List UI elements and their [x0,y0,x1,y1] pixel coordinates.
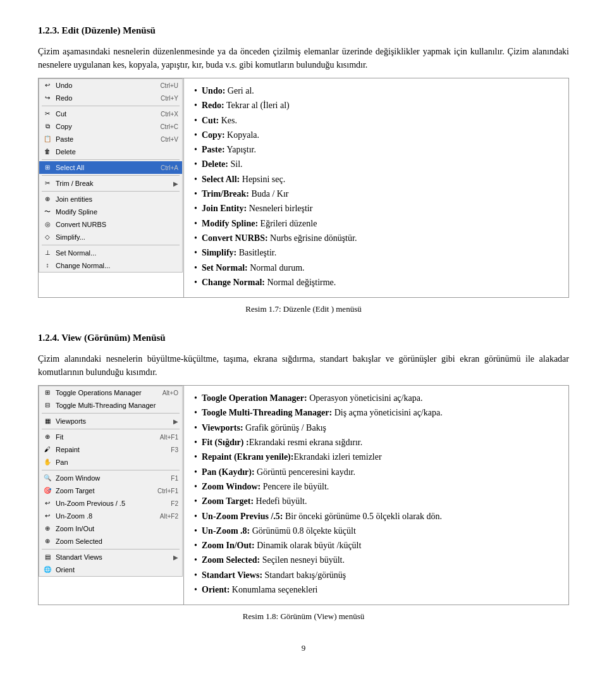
vdesc-toggle-ops: Toogle Operation Manager: Operasyon yöne… [193,392,560,405]
desc-paste: Paste: Yapıştır. [193,144,560,156]
menu-item-join[interactable]: ⊕ Join entities [39,193,182,206]
standartviews-label: Standart Views [56,553,173,561]
menu-item-zoomselected[interactable]: ⊕ Zoom Selected [39,535,182,548]
vdesc-toggle-mt: Toogle Multi-Threading Manager: Diş açma… [193,407,560,419]
repaint-shortcut: F3 [171,446,178,453]
toggle-ops-shortcut: Alt+O [162,390,178,396]
menu-item-zoomwindow[interactable]: 🔍 Zoom Window F1 [39,472,182,484]
menu-item-setnormal[interactable]: ⊥ Set Normal... [39,247,182,259]
desc-convertnurbs: Convert NURBS: Nurbs eğrisine dönüştür. [193,232,560,245]
zoomselected-label: Zoom Selected [56,537,178,545]
menu-item-copy[interactable]: ⧉ Copy Ctrl+C [39,120,182,133]
join-icon: ⊕ [42,194,53,204]
menu-item-unzoom8[interactable]: ↩ Un-Zoom .8 Alt+F2 [39,510,182,522]
edit-menu-desc-list: Undo: Geri al. Redo: Tekrar al (İleri al… [189,82,563,293]
vdesc-orient: Orient: Konumlama seçenekleri [193,584,560,596]
edit-menu-screenshot: ↩ Undo Ctrl+U ↪ Redo Ctrl+Y ✂ Cut Ctrl+X… [39,78,183,273]
orient-label: Orient [56,566,178,574]
toggle-ops-label: Toggle Operations Manager [56,389,162,396]
redo-icon: ↪ [42,93,53,103]
vdesc-zoomwindow: Zoom Window: Pencere ile büyült. [193,481,560,493]
unzoom8-label: Un-Zoom .8 [56,512,160,520]
cut-label: Cut [56,110,161,118]
menu-item-zoomtarget[interactable]: 🎯 Zoom Target Ctrl+F1 [39,484,182,497]
fit-label: Fit [56,433,160,441]
join-label: Join entities [56,195,178,203]
view-menu-desc-cell: Toogle Operation Manager: Operasyon yöne… [184,386,569,605]
sep3 [42,175,180,176]
unzoom8-icon: ↩ [42,511,53,521]
menu-item-paste[interactable]: 📋 Paste Ctrl+V [39,133,182,145]
vdesc-zoominout: Zoom In/Out: Dinamik olarak büyüt /küçül… [193,539,560,552]
unzoom8-shortcut: Alt+F2 [160,513,178,520]
standartviews-arrow: ▶ [173,554,178,561]
zoomwindow-label: Zoom Window [56,474,171,482]
zoomtarget-label: Zoom Target [56,487,157,494]
desc-changenormal: Change Normal: Normal değiştirme. [193,276,560,289]
menu-item-pan[interactable]: ✋ Pan [39,456,182,469]
setnormal-label: Set Normal... [56,249,178,257]
zoomwindow-icon: 🔍 [42,473,53,483]
menu-item-toggle-ops[interactable]: ⊞ Toggle Operations Manager Alt+O [39,386,182,399]
menu-item-standartviews[interactable]: ▤ Standart Views ▶ [39,551,182,563]
redo-label: Redo [56,94,161,102]
toggle-ops-icon: ⊞ [42,388,53,398]
view-menu-table: ⊞ Toggle Operations Manager Alt+O ⊟ Togg… [38,385,569,605]
changenormal-label: Change Normal... [56,262,178,269]
desc-trim: Trim/Break: Buda / Kır [193,188,560,200]
view-menu-screenshot-cell: ⊞ Toggle Operations Manager Alt+O ⊟ Togg… [39,386,184,605]
edit-menu-table: ↩ Undo Ctrl+U ↪ Redo Ctrl+Y ✂ Cut Ctrl+X… [38,78,569,298]
modifyspline-icon: 〜 [42,207,53,217]
menu-item-orient[interactable]: 🌐 Orient [39,563,182,576]
selectall-icon: ⊞ [42,163,53,173]
paste-icon: 📋 [42,134,53,144]
menu-item-undo[interactable]: ↩ Undo Ctrl+U [39,79,182,92]
fit-icon: ⊕ [42,432,53,442]
copy-label: Copy [56,123,160,130]
menu-item-toggle-mt[interactable]: ⊟ Toggle Multi-Threading Manager [39,399,182,412]
menu-item-modifyspline[interactable]: 〜 Modify Spline [39,206,182,218]
vdesc-viewports: Viewports: Grafik görünüş / Bakış [193,422,560,434]
menu-item-changenormal[interactable]: ↕ Change Normal... [39,259,182,272]
menu-item-trim[interactable]: ✂ Trim / Break ▶ [39,177,182,190]
desc-setnormal: Set Normal: Normal durum. [193,262,560,274]
view-menu-caption: Resim 1.8: Görünüm (View) menüsü [38,610,569,623]
changenormal-icon: ↕ [42,261,53,271]
menu-item-viewports[interactable]: ▦ Viewports ▶ [39,415,182,427]
view-menu-desc-list: Toogle Operation Manager: Operasyon yöne… [189,390,563,601]
zoomtarget-shortcut: Ctrl+F1 [157,488,178,494]
paste-label: Paste [56,135,161,143]
menu-item-fit[interactable]: ⊕ Fit Alt+F1 [39,431,182,443]
menu-item-simplify[interactable]: ◇ Simplify... [39,231,182,243]
cut-shortcut: Ctrl+X [161,111,178,118]
menu-item-unzoomprev[interactable]: ↩ Un-Zoom Previous / .5 F2 [39,497,182,510]
edit-menu-heading: 1.2.3. Edit (Düzenle) Menüsü [38,25,569,36]
paste-shortcut: Ctrl+V [161,136,178,143]
desc-copy: Copy: Kopyala. [193,129,560,142]
menu-item-convertnurbs[interactable]: ◎ Convert NURBS [39,218,182,231]
menu-item-redo[interactable]: ↪ Redo Ctrl+Y [39,92,182,104]
menu-item-delete[interactable]: 🗑 Delete [39,145,182,158]
menu-item-zoominout[interactable]: ⊕ Zoom In/Out [39,522,182,535]
vdesc-repaint: Repaint (Ekranı yenile):Ekrandaki izleri… [193,451,560,464]
selectall-label: Select All [56,164,161,171]
menu-item-selectall[interactable]: ⊞ Select All Ctrl+A [39,161,182,174]
vsep4 [42,549,180,550]
desc-selectall: Select All: Hepsini seç. [193,173,560,186]
sep1 [42,106,180,106]
toggle-mt-label: Toggle Multi-Threading Manager [56,402,178,409]
sep4 [42,191,180,192]
vsep1 [42,413,180,414]
repaint-label: Repaint [56,446,171,453]
unzoomprev-icon: ↩ [42,498,53,508]
sep5 [42,245,180,245]
desc-join: Join Entity: Nesneleri birleştir [193,202,560,215]
copy-icon: ⧉ [42,121,53,132]
viewports-icon: ▦ [42,416,53,426]
undo-icon: ↩ [42,80,53,90]
view-menu-para: Çizim alanındaki nesnelerin büyültme-küç… [38,352,569,379]
menu-item-repaint[interactable]: 🖌 Repaint F3 [39,443,182,456]
vdesc-unzoomprev: Un-Zoom Previus /.5: Bir önceki görünüme… [193,510,560,523]
repaint-icon: 🖌 [42,445,53,455]
menu-item-cut[interactable]: ✂ Cut Ctrl+X [39,107,182,120]
